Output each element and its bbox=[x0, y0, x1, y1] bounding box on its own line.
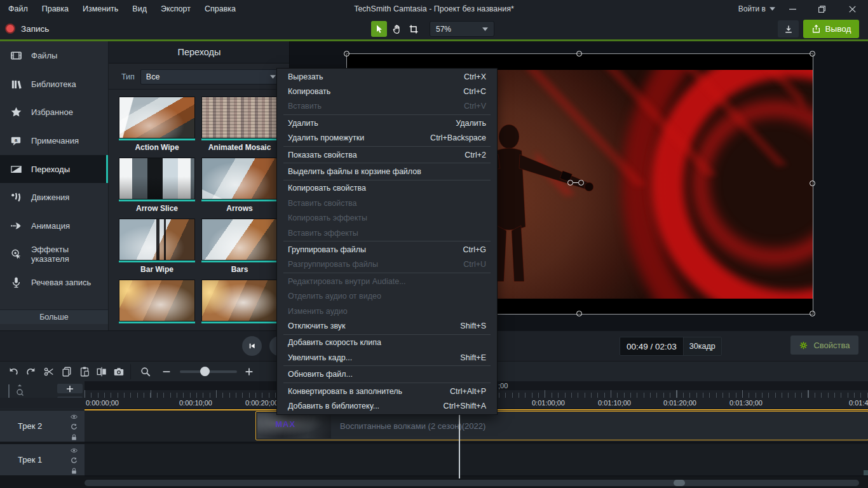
eye-icon[interactable] bbox=[70, 413, 78, 421]
menubar-item-файл[interactable]: Файл bbox=[1, 0, 35, 18]
menubar-item-вид[interactable]: Вид bbox=[125, 0, 154, 18]
rotation-handle[interactable] bbox=[567, 180, 584, 186]
transition-card[interactable]: Bars bbox=[201, 219, 278, 276]
snapshot-icon[interactable] bbox=[113, 366, 125, 377]
cursor-tool-button[interactable] bbox=[371, 21, 387, 37]
menubar-item-изменить[interactable]: Изменить bbox=[76, 0, 125, 18]
menubar-item-правка[interactable]: Правка bbox=[35, 0, 76, 18]
lock-icon[interactable] bbox=[70, 467, 78, 475]
transition-name bbox=[119, 323, 195, 330]
zoom-in-icon[interactable] bbox=[243, 366, 255, 377]
paste-icon[interactable] bbox=[79, 366, 90, 377]
type-filter-dropdown[interactable]: Все bbox=[140, 69, 281, 85]
transition-thumbnail bbox=[201, 158, 278, 200]
library-icon bbox=[10, 78, 22, 90]
sidebar-more-button[interactable]: Больше bbox=[0, 309, 108, 324]
menubar-item-экспорт[interactable]: Экспорт bbox=[154, 0, 198, 18]
transition-card[interactable] bbox=[119, 280, 195, 330]
transition-card[interactable]: Arrows bbox=[201, 158, 278, 215]
context-menu-item[interactable]: Конвертировать в заполнительCtrl+Alt+P bbox=[277, 384, 497, 398]
properties-button[interactable]: Свойства bbox=[790, 336, 858, 355]
previous-frame-button[interactable] bbox=[242, 336, 262, 356]
export-button[interactable]: Вывод bbox=[803, 20, 859, 38]
context-menu-separator bbox=[277, 334, 497, 336]
transition-card[interactable]: Bar Wipe bbox=[119, 219, 195, 276]
transition-card[interactable]: Animated Mosaic bbox=[201, 97, 278, 154]
sidebar-item-label: Речевая запись bbox=[31, 278, 91, 287]
selection-handle[interactable] bbox=[344, 51, 349, 57]
record-button[interactable]: Запись bbox=[5, 20, 49, 37]
context-menu-item[interactable]: ВырезатьCtrl+X bbox=[277, 69, 497, 84]
minimize-button[interactable] bbox=[782, 0, 803, 18]
context-menu-item[interactable]: КопироватьCtrl+C bbox=[277, 84, 497, 98]
pan-tool-button[interactable] bbox=[389, 21, 405, 37]
context-menu-item[interactable]: Показать свойстваCtrl+2 bbox=[277, 147, 497, 162]
lock-icon[interactable] bbox=[70, 433, 78, 441]
horizontal-scrollbar[interactable] bbox=[85, 480, 859, 486]
undo-icon[interactable] bbox=[8, 366, 19, 377]
clip-title: Воспитанные волками (2 сезон)(2022) bbox=[340, 421, 485, 431]
context-menu-item-shortcut: Удалить bbox=[456, 119, 486, 128]
context-menu-item[interactable]: Обновить файл... bbox=[277, 367, 497, 381]
track-header-2: Трек 2 bbox=[0, 410, 85, 443]
context-menu-item-label: Вставить bbox=[288, 102, 322, 111]
cut-icon[interactable] bbox=[43, 366, 55, 377]
selection-handle[interactable] bbox=[810, 51, 815, 57]
horizontal-scrollbar-thumb[interactable] bbox=[674, 480, 685, 486]
sidebar-item-media[interactable]: Файлы bbox=[0, 41, 108, 70]
copy-icon[interactable] bbox=[61, 366, 72, 377]
context-menu-item[interactable]: Увеличить кадр...Shift+E bbox=[277, 350, 497, 365]
fps-badge[interactable]: 30кадр bbox=[683, 337, 721, 355]
context-menu-item[interactable]: Отключить звукShift+S bbox=[277, 318, 497, 333]
zoom-icon bbox=[140, 366, 151, 377]
sidebar-item-transitions[interactable]: Переходы bbox=[0, 155, 108, 184]
sidebar-item-voice[interactable]: Речевая запись bbox=[0, 269, 108, 297]
transition-name bbox=[201, 323, 278, 330]
add-track-button[interactable] bbox=[57, 384, 83, 393]
context-menu-item[interactable]: Удалить промежуткиCtrl+Backspace bbox=[277, 131, 497, 146]
context-menu-item-label: Увеличить кадр... bbox=[288, 353, 352, 362]
restore-button[interactable] bbox=[811, 0, 832, 18]
track-lane-2[interactable]: MAX Воспитанные волками (2 сезон)(2022) bbox=[85, 410, 868, 443]
zoom-out-icon[interactable] bbox=[161, 366, 172, 377]
sidebar-more-label: Больше bbox=[39, 313, 69, 322]
transitions-panel: Переходы Тип Все Action WipeAnimated Mos… bbox=[108, 41, 290, 330]
animation-icon bbox=[10, 220, 22, 232]
context-menu: ВырезатьCtrl+XКопироватьCtrl+CВставитьCt… bbox=[276, 68, 498, 415]
eye-icon[interactable] bbox=[70, 447, 78, 454]
context-menu-item[interactable]: Группировать файлыCtrl+G bbox=[277, 242, 497, 257]
timeline-clip[interactable]: MAX Воспитанные волками (2 сезон)(2022) bbox=[255, 411, 868, 440]
selection-handle[interactable] bbox=[810, 311, 815, 316]
context-menu-item[interactable]: Добавить в библиотеку...Ctrl+Shift+A bbox=[277, 398, 497, 413]
sidebar-item-behaviors[interactable]: Движения bbox=[0, 183, 108, 212]
import-button[interactable] bbox=[778, 20, 799, 37]
sidebar-item-animation[interactable]: Анимация bbox=[0, 212, 108, 240]
transition-card[interactable]: Arrow Slice bbox=[119, 158, 195, 215]
transition-card[interactable]: Action Wipe bbox=[119, 97, 195, 154]
context-menu-item[interactable]: Копировать свойства bbox=[277, 181, 497, 196]
track-lane-1[interactable] bbox=[85, 444, 868, 477]
canvas-zoom-dropdown[interactable]: 57% bbox=[430, 21, 494, 37]
sidebar-item-library[interactable]: Библиотека bbox=[0, 70, 108, 98]
context-menu-item[interactable]: УдалитьУдалить bbox=[277, 116, 497, 130]
rotate-icon[interactable] bbox=[70, 423, 78, 431]
context-menu-item[interactable]: Добавить скорость клипа bbox=[277, 336, 497, 350]
timeline-zoom-slider-thumb[interactable] bbox=[200, 367, 210, 376]
transition-card[interactable] bbox=[201, 280, 278, 330]
sidebar-item-cursor-effects[interactable]: Эффекты указателя bbox=[0, 240, 108, 269]
transition-name: Animated Mosaic bbox=[201, 140, 278, 154]
redo-icon[interactable] bbox=[25, 366, 37, 377]
sign-in-button[interactable]: Войти в bbox=[738, 0, 775, 18]
selection-handle[interactable] bbox=[576, 51, 582, 57]
selection-handle[interactable] bbox=[576, 311, 582, 316]
sidebar-item-favorites[interactable]: Избранное bbox=[0, 98, 108, 126]
menubar-item-справка[interactable]: Справка bbox=[198, 0, 243, 18]
split-icon[interactable] bbox=[96, 366, 107, 377]
close-button[interactable] bbox=[841, 0, 863, 18]
rotate-icon[interactable] bbox=[70, 457, 78, 464]
sidebar-item-annotations[interactable]: aПримечания bbox=[0, 126, 108, 155]
selection-handle[interactable] bbox=[810, 180, 815, 186]
crop-tool-button[interactable] bbox=[405, 21, 421, 37]
transition-thumbnail bbox=[201, 219, 278, 261]
context-menu-item[interactable]: Выделить файлы в корзине файлов bbox=[277, 164, 497, 179]
